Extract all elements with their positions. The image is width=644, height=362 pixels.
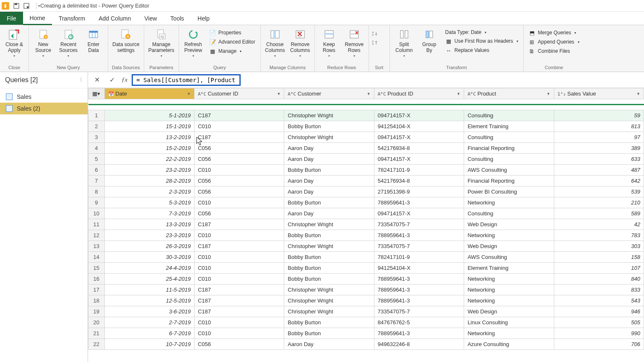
cell[interactable]: Aaron Day — [284, 176, 374, 186]
cell[interactable]: C056 — [194, 339, 284, 350]
cell[interactable]: Christopher Wright — [284, 295, 374, 306]
table-row[interactable]: 216-7-2019C010Bobby Burton788959641-3Net… — [88, 328, 644, 339]
row-number[interactable]: 3 — [88, 132, 105, 143]
table-row[interactable]: 1223-3-2019C010Bobby Burton788959641-3Ne… — [88, 230, 644, 241]
filter-dropdown-icon[interactable]: ▼ — [547, 92, 551, 96]
row-number[interactable]: 14 — [88, 252, 105, 263]
cell[interactable]: Bobby Burton — [284, 274, 374, 284]
table-row[interactable]: 202-7-2019C010Bobby Burton847676762-5Lin… — [88, 317, 644, 328]
cell[interactable]: Christopher Wright — [284, 132, 374, 143]
cell[interactable]: Bobby Burton — [284, 165, 374, 176]
choose-columns-button[interactable]: Choose Columns▾ — [263, 27, 287, 59]
cell[interactable]: 589 — [554, 208, 644, 219]
cell[interactable]: Element Training — [464, 121, 554, 132]
cell[interactable]: 788959641-3 — [374, 197, 464, 208]
table-row[interactable]: 1113-3-2019C187Christopher Wright7335470… — [88, 219, 644, 230]
table-row[interactable]: 522-2-2019C056Aaron Day094714157-XConsul… — [88, 154, 644, 165]
sort-desc-button[interactable]: ZA — [371, 39, 378, 46]
cell[interactable]: 2-7-2019 — [104, 317, 194, 328]
cell[interactable]: 23-2-2019 — [104, 165, 194, 176]
cell[interactable]: Azure Consulting — [464, 339, 554, 350]
cell[interactable]: Bobby Burton — [284, 197, 374, 208]
table-row[interactable]: 215-1-2019C010Bobby Burton941254104-XEle… — [88, 121, 644, 132]
properties-button[interactable]: 📄Properties — [207, 28, 258, 37]
filter-dropdown-icon[interactable]: ▼ — [457, 92, 460, 96]
tab-transform[interactable]: Transform — [52, 12, 92, 25]
cell[interactable]: Financial Reporting — [464, 143, 554, 154]
remove-rows-button[interactable]: Remove Rows▾ — [343, 27, 366, 59]
cell[interactable]: Web Design — [464, 219, 554, 230]
tab-home[interactable]: Home — [23, 12, 52, 25]
cell[interactable]: 833 — [554, 284, 644, 295]
new-source-button[interactable]: ✦New Source▾ — [31, 27, 55, 59]
column-header-customer-id[interactable]: AᴮC Customer ID▼ — [194, 88, 284, 99]
cell[interactable]: 505 — [554, 317, 644, 328]
cell[interactable]: 42 — [554, 219, 644, 230]
tab-add-column[interactable]: Add Column — [92, 12, 138, 25]
row-number[interactable]: 11 — [88, 219, 105, 230]
sort-asc-button[interactable]: AZ — [371, 30, 378, 37]
table-row[interactable]: 107-3-2019C056Aaron Day094714157-XConsul… — [88, 208, 644, 219]
manage-button[interactable]: ▦Manage▾ — [207, 47, 258, 55]
cell[interactable]: 941254104-X — [374, 263, 464, 274]
cell[interactable]: 788959641-3 — [374, 284, 464, 295]
merge-queries-button[interactable]: ⬒Merge Queries▾ — [526, 28, 582, 37]
cell[interactable]: 788959641-3 — [374, 295, 464, 306]
filter-dropdown-icon[interactable]: ▼ — [367, 92, 371, 96]
cell[interactable]: 2-3-2019 — [104, 186, 194, 197]
cell[interactable]: Power BI Consulting — [464, 186, 554, 197]
cell[interactable]: Christopher Wright — [284, 306, 374, 317]
column-header-product[interactable]: AᴮC Product▼ — [464, 88, 554, 99]
cell[interactable]: 271951398-9 — [374, 186, 464, 197]
cell[interactable]: Consulting — [464, 110, 554, 121]
row-number[interactable]: 2 — [88, 121, 105, 132]
column-header-date[interactable]: 📅 Date▼ — [104, 88, 194, 99]
table-row[interactable]: 82-3-2019C056Aaron Day271951398-9Power B… — [88, 186, 644, 197]
cell[interactable]: Aaron Day — [284, 339, 374, 350]
cell[interactable]: 23-3-2019 — [104, 230, 194, 241]
cell[interactable]: Networking — [464, 197, 554, 208]
row-number[interactable]: 10 — [88, 208, 105, 219]
cell[interactable]: C010 — [194, 317, 284, 328]
cell[interactable]: 5-3-2019 — [104, 197, 194, 208]
row-number[interactable]: 7 — [88, 176, 105, 186]
cell[interactable]: 15-2-2019 — [104, 143, 194, 154]
table-row[interactable]: 313-2-2019C187Christopher Wright09471415… — [88, 132, 644, 143]
cell[interactable]: C056 — [194, 208, 284, 219]
cell[interactable]: Bobby Burton — [284, 317, 374, 328]
cell[interactable]: 303 — [554, 241, 644, 252]
cell[interactable]: 941254104-X — [374, 121, 464, 132]
fx-icon[interactable]: ƒx — [122, 76, 127, 83]
cell[interactable]: Christopher Wright — [284, 219, 374, 230]
combine-files-button[interactable]: 🗎Combine Files — [526, 47, 582, 55]
cell[interactable]: AWS Consulting — [464, 252, 554, 263]
tab-help[interactable]: Help — [191, 12, 216, 25]
cell[interactable]: 26-3-2019 — [104, 241, 194, 252]
split-column-button[interactable]: Split Column▾ — [392, 27, 416, 59]
cell[interactable]: 6-7-2019 — [104, 328, 194, 339]
cell[interactable]: C010 — [194, 328, 284, 339]
cell[interactable]: 733547075-7 — [374, 241, 464, 252]
cell[interactable]: 210 — [554, 197, 644, 208]
cell[interactable]: 11-5-2019 — [104, 284, 194, 295]
cell[interactable]: Networking — [464, 295, 554, 306]
cell[interactable]: Christopher Wright — [284, 110, 374, 121]
row-number[interactable]: 17 — [88, 284, 105, 295]
cell[interactable]: 59 — [554, 110, 644, 121]
cell[interactable]: 10-7-2019 — [104, 339, 194, 350]
cell[interactable]: Consulting — [464, 208, 554, 219]
row-number[interactable]: 5 — [88, 154, 105, 165]
cell[interactable]: 13-2-2019 — [104, 132, 194, 143]
cell[interactable]: 990 — [554, 328, 644, 339]
cell[interactable]: C010 — [194, 165, 284, 176]
cell[interactable]: C010 — [194, 274, 284, 284]
cell[interactable]: Christopher Wright — [284, 241, 374, 252]
cell[interactable]: 094714157-X — [374, 110, 464, 121]
cell[interactable]: Web Design — [464, 306, 554, 317]
table-row[interactable]: 15-1-2019C187Christopher Wright094714157… — [88, 110, 644, 121]
first-row-headers-button[interactable]: ▦Use First Row as Headers▾ — [443, 37, 521, 45]
enter-data-button[interactable]: Enter Data — [82, 27, 105, 54]
row-number[interactable]: 9 — [88, 197, 105, 208]
cell[interactable]: C056 — [194, 186, 284, 197]
data-grid[interactable]: ▦▾ 📅 Date▼AᴮC Customer ID▼AᴮC Customer▼A… — [88, 88, 644, 362]
